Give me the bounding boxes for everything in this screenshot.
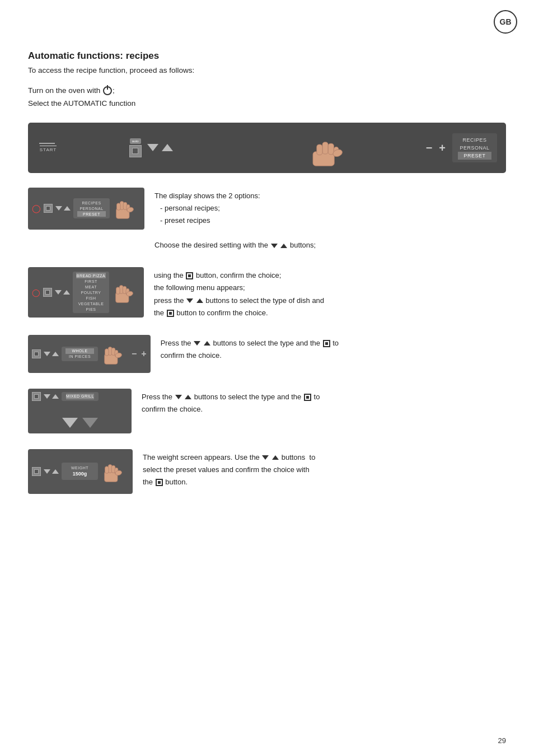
page-title: Automatic functions: recipes xyxy=(28,50,506,62)
s3-minusplus: − + xyxy=(132,349,147,359)
start-line xyxy=(39,143,55,144)
s1-finger xyxy=(113,192,140,225)
start-label: START xyxy=(40,146,57,152)
s1-option2: preset recipes xyxy=(160,214,506,227)
s5-square-inner xyxy=(34,469,39,474)
svg-rect-2 xyxy=(317,144,322,155)
s2-square-sym2 xyxy=(167,310,174,317)
s3-square-sym xyxy=(323,340,330,347)
s4-arrow-down[interactable] xyxy=(44,394,50,399)
auto-area: auto xyxy=(129,138,142,157)
section5-text: The weight screen appears. Use the butto… xyxy=(143,449,506,488)
setup-line2: Select the AUTOMATIC function xyxy=(28,99,135,108)
s2-arrow-up[interactable] xyxy=(63,290,70,295)
page-container: GB Automatic functions: recipes To acces… xyxy=(0,0,534,532)
s2-menu-fish: FISH xyxy=(76,295,106,301)
s2-square-sym xyxy=(186,272,193,279)
s4-big-arr-down2[interactable] xyxy=(82,418,98,428)
s2-tri-up xyxy=(196,298,203,303)
power-icon xyxy=(103,86,112,95)
s4-menu-mixed: MIXED GRILL xyxy=(66,394,94,399)
svg-rect-8 xyxy=(117,203,121,211)
s2-tri-down xyxy=(186,298,193,303)
start-area: START xyxy=(37,143,57,152)
svg-rect-14 xyxy=(116,287,120,295)
large-menu-recipes: RECIPES xyxy=(458,136,491,144)
s1-display-title: The display shows the 2 options: xyxy=(154,192,260,200)
section2-panel: ◯ BREAD PIZZA FIRST MEAT POULTRY FISH VE… xyxy=(28,267,144,318)
large-plus[interactable]: + xyxy=(439,142,446,153)
finger-svg-large xyxy=(307,125,357,173)
s2-square-btn[interactable] xyxy=(43,288,52,297)
s3-tri-down xyxy=(194,341,200,346)
s4-tri-up xyxy=(185,395,191,399)
s1-arrow-up[interactable] xyxy=(64,206,71,211)
section3-panel: WHOLE IN PIECES − + xyxy=(28,335,151,373)
s4-square-inner xyxy=(34,394,39,399)
s2-arrow-down[interactable] xyxy=(55,290,62,295)
section2-text: using the button, confirm the choice; th… xyxy=(154,267,506,319)
s5-square-btn[interactable] xyxy=(32,467,41,476)
large-menu-personal: PERSONAL xyxy=(458,144,491,152)
s2-square-inner xyxy=(45,290,50,295)
s5-arrow-down[interactable] xyxy=(44,469,50,474)
svg-rect-20 xyxy=(105,349,109,356)
s4-arrow-up[interactable] xyxy=(52,394,59,399)
s4-square-sym xyxy=(304,394,311,401)
s3-arrow-down[interactable] xyxy=(44,352,50,356)
s3-tri-up xyxy=(204,341,210,346)
large-menu-panel: RECIPES PERSONAL PRESET xyxy=(452,133,497,162)
section4-panel: MIXED GRILL xyxy=(28,389,132,433)
s3-menu-inpieces: IN PIECES xyxy=(65,354,94,360)
s5-finger xyxy=(101,455,129,488)
s1-arrow-down[interactable] xyxy=(55,206,62,211)
s4-big-arr-down1[interactable] xyxy=(62,418,78,428)
s1-menu-preset: PRESET xyxy=(77,211,106,217)
s2-menu-poultry: POULTRY xyxy=(76,290,106,295)
svg-rect-26 xyxy=(105,466,109,474)
s1-menu-recipes: RECIPES xyxy=(77,200,106,206)
s1-tri-down xyxy=(271,244,278,248)
s1-menu-personal: PERSONAL xyxy=(77,206,106,211)
s3-square-btn[interactable] xyxy=(32,349,41,358)
large-arrow-up[interactable] xyxy=(162,144,173,151)
large-square-inner xyxy=(132,148,138,154)
large-arrow-down[interactable] xyxy=(147,144,158,151)
s4-square-btn[interactable] xyxy=(32,392,41,401)
s2-arrows xyxy=(55,290,70,295)
s5-arrow-up[interactable] xyxy=(52,469,59,474)
s4-big-arrows xyxy=(62,418,98,430)
page-number: 29 xyxy=(498,736,506,745)
section1-block: ◯ RECIPES PERSONAL PRESET xyxy=(28,188,506,251)
s1-menu: RECIPES PERSONAL PRESET xyxy=(73,198,110,218)
s2-alarm: ◯ xyxy=(32,288,40,297)
s5-weight-label: WEIGHT xyxy=(67,466,92,470)
s1-square-btn[interactable] xyxy=(44,204,53,213)
svg-rect-1 xyxy=(322,142,328,154)
section5-block: WEIGHT 1500g The weight screen appears. … xyxy=(28,449,506,494)
s3-arrow-up[interactable] xyxy=(52,352,59,356)
large-minus[interactable]: − xyxy=(426,142,433,153)
s2-menu-breadpizza: BREAD PIZZA xyxy=(76,273,106,278)
section3-text: Press the buttons to select the type and… xyxy=(161,335,506,362)
turn-on-text: Turn on the oven with ; Select the AUTOM… xyxy=(28,85,506,110)
gb-badge: GB xyxy=(494,10,517,34)
s1-tri-up xyxy=(280,244,287,248)
s3-square-inner xyxy=(34,352,39,356)
alarm-icon: ◯ xyxy=(32,204,41,213)
s5-weight-menu: WEIGHT 1500g xyxy=(62,463,98,480)
section5-panel: WEIGHT 1500g xyxy=(28,449,133,494)
s3-minus[interactable]: − xyxy=(132,349,137,359)
large-panel-center: auto xyxy=(64,138,238,157)
s3-plus[interactable]: + xyxy=(141,349,146,359)
section1-text: The display shows the 2 options: persona… xyxy=(154,188,506,251)
s5-square-sym xyxy=(156,479,163,486)
large-device-panel: START auto xyxy=(28,123,506,173)
setup-line1: Turn on the oven with xyxy=(28,86,100,95)
s5-tri-up xyxy=(272,455,279,460)
s5-weight-value: 1500g xyxy=(67,471,92,477)
s2-menu-pies: PIES xyxy=(76,306,106,312)
s2-menu: BREAD PIZZA FIRST MEAT POULTRY FISH VEGE… xyxy=(73,272,109,313)
large-square-btn[interactable] xyxy=(129,145,142,157)
s2-menu-meat: MEAT xyxy=(76,284,106,290)
